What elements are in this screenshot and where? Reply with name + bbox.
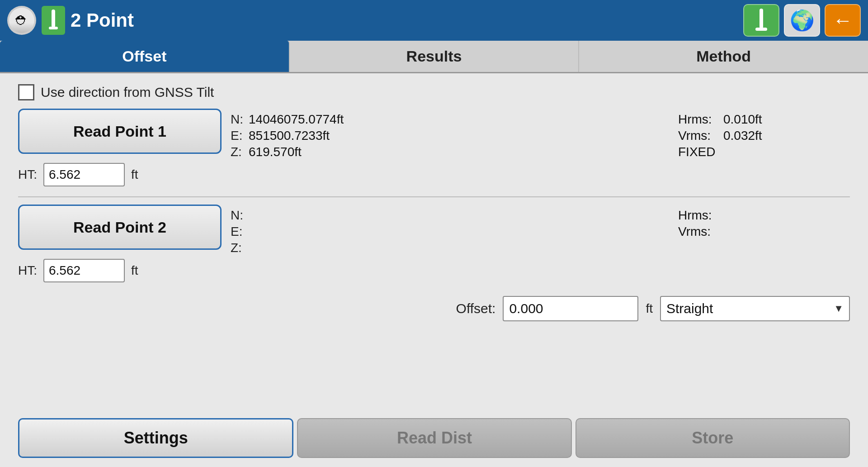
point1-z-row: Z: 619.570ft: [231, 145, 669, 159]
point2-ht-input[interactable]: [43, 259, 125, 282]
point1-fixed-label: FIXED: [678, 145, 715, 159]
point1-hrms-value: 0.010ft: [723, 112, 762, 127]
point2-rms: Hrms: Vrms:: [678, 208, 850, 239]
point1-ht-unit: ft: [131, 167, 138, 182]
globe-icon: 🌍: [790, 9, 815, 32]
point2-hrms-row: Hrms:: [678, 208, 850, 223]
offset-type-select[interactable]: Straight ▼: [660, 296, 850, 321]
point1-ht-row: HT: ft: [18, 163, 850, 186]
point1-ht-label: HT:: [18, 167, 37, 182]
point1-n-row: N: 14046075.0774ft: [231, 112, 669, 127]
tab-method[interactable]: Method: [579, 41, 868, 72]
pin-icon: [42, 6, 65, 35]
point1-rms: Hrms: 0.010ft Vrms: 0.032ft FIXED: [678, 112, 850, 159]
helmet-icon: ⛑: [9, 8, 34, 33]
offset-unit-label: ft: [646, 301, 653, 316]
section-divider: [18, 196, 850, 197]
store-button[interactable]: Store: [576, 418, 850, 458]
point2-ht-label: HT:: [18, 263, 37, 278]
point2-e-label: E:: [231, 224, 245, 239]
read-point-2-row: Read Point 2 N: E: Z: Hrms:: [18, 205, 850, 255]
point2-hrms-label: Hrms:: [678, 208, 714, 223]
gnss-tilt-row: Use direction from GNSS Tilt: [18, 84, 850, 100]
read-point-1-button[interactable]: Read Point 1: [18, 109, 222, 154]
point2-e-row: E:: [231, 224, 669, 239]
back-arrow-icon: ←: [833, 9, 853, 32]
tab-results[interactable]: Results: [290, 41, 580, 72]
read-point-1-row: Read Point 1 N: 14046075.0774ft E: 85150…: [18, 109, 850, 159]
point1-z-value: 619.570ft: [249, 145, 302, 159]
bottom-buttons: Settings Read Dist Store: [18, 418, 850, 458]
header-actions: 🌍 ←: [743, 4, 861, 37]
pin-button[interactable]: [743, 4, 779, 37]
point2-coords: N: E: Z:: [231, 208, 669, 255]
point1-vrms-value: 0.032ft: [723, 129, 762, 143]
page-title: 2 Point: [71, 10, 738, 31]
gnss-tilt-checkbox[interactable]: [18, 84, 34, 100]
point1-e-row: E: 851500.7233ft: [231, 129, 669, 143]
point2-ht-unit: ft: [131, 263, 138, 278]
offset-input[interactable]: [503, 296, 638, 321]
offset-label: Offset:: [456, 301, 496, 316]
svg-rect-0: [52, 10, 55, 28]
point1-n-value: 14046075.0774ft: [249, 112, 344, 127]
point1-hrms-label: Hrms:: [678, 112, 714, 127]
point1-coords: N: 14046075.0774ft E: 851500.7233ft Z: 6…: [231, 112, 669, 159]
point1-vrms-row: Vrms: 0.032ft: [678, 129, 850, 143]
point2-ht-row: HT: ft: [18, 259, 850, 282]
point1-n-label: N:: [231, 112, 245, 127]
read-dist-button[interactable]: Read Dist: [297, 418, 571, 458]
tab-offset[interactable]: Offset: [0, 41, 290, 72]
point2-n-label: N:: [231, 208, 245, 223]
read-point-2-button[interactable]: Read Point 2: [18, 205, 222, 250]
point2-vrms-label: Vrms:: [678, 224, 714, 239]
read-point-2-section: Read Point 2 N: E: Z: Hrms:: [18, 205, 850, 282]
point1-z-label: Z:: [231, 145, 245, 159]
main-content: Use direction from GNSS Tilt Read Point …: [0, 73, 868, 467]
point1-e-label: E:: [231, 129, 245, 143]
point2-z-row: Z:: [231, 241, 669, 255]
globe-button[interactable]: 🌍: [784, 4, 820, 37]
header: ⛑ 2 Point 🌍 ←: [0, 0, 868, 41]
point1-hrms-row: Hrms: 0.010ft: [678, 112, 850, 127]
offset-row: Offset: ft Straight ▼: [18, 296, 850, 321]
dropdown-arrow-icon: ▼: [834, 303, 844, 315]
point2-z-label: Z:: [231, 241, 245, 255]
point1-ht-input[interactable]: [43, 163, 125, 186]
read-point-1-section: Read Point 1 N: 14046075.0774ft E: 85150…: [18, 109, 850, 186]
point1-fixed-row: FIXED: [678, 145, 850, 159]
point1-vrms-label: Vrms:: [678, 129, 714, 143]
gnss-tilt-label: Use direction from GNSS Tilt: [41, 85, 214, 100]
back-button[interactable]: ←: [825, 4, 861, 37]
point1-e-value: 851500.7233ft: [249, 129, 330, 143]
app-logo: ⛑: [7, 6, 36, 35]
settings-button[interactable]: Settings: [18, 418, 293, 458]
svg-rect-3: [755, 28, 767, 31]
tab-bar: Offset Results Method: [0, 41, 868, 73]
svg-rect-2: [760, 9, 763, 29]
svg-rect-1: [49, 27, 58, 29]
offset-type-value: Straight: [666, 301, 713, 316]
point2-n-row: N:: [231, 208, 669, 223]
point2-vrms-row: Vrms:: [678, 224, 850, 239]
